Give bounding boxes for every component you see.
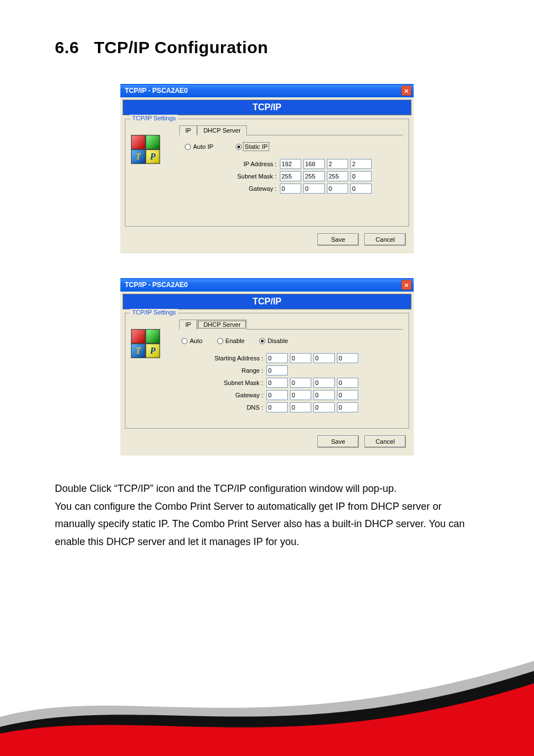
section-title: TCP/IP Configuration — [94, 38, 268, 57]
radio-disable[interactable]: Disable — [259, 337, 288, 344]
dns-octet-2[interactable] — [290, 402, 311, 412]
mask2-octet-3[interactable] — [313, 378, 335, 388]
label-gateway: Gateway : — [196, 185, 280, 192]
save-button[interactable]: Save — [317, 233, 359, 246]
start-octet-1[interactable] — [266, 353, 288, 363]
label-starting-address: Starting Address : — [182, 355, 266, 361]
close-icon[interactable]: × — [401, 86, 411, 96]
dns-octet-3[interactable] — [313, 402, 335, 412]
mask2-octet-4[interactable] — [337, 378, 358, 388]
save-button[interactable]: Save — [317, 435, 359, 448]
label-subnet-mask: Subnet Mask : — [196, 173, 280, 180]
section-number: 6.6 — [55, 38, 94, 57]
label-subnet-mask: Subnet Mask : — [182, 379, 266, 386]
tcpip-dialog-dhcp: TCP/IP - PSCA2AE0 × TCP/IP TCP/IP Settin… — [120, 278, 414, 456]
radio-auto-ip[interactable]: Auto IP — [185, 143, 213, 150]
tcpip-icon: TP — [131, 329, 161, 359]
dns-octet-1[interactable] — [266, 402, 288, 412]
footer-swoosh — [0, 655, 534, 756]
dns-octet-4[interactable] — [337, 402, 358, 412]
ip-octet-3[interactable] — [327, 159, 348, 169]
radio-auto[interactable]: Auto — [181, 337, 203, 344]
start-octet-2[interactable] — [290, 353, 311, 363]
gw2-octet-3[interactable] — [313, 390, 335, 400]
tcpip-dialog-ip: TCP/IP - PSCA2AE0 × TCP/IP TCP/IP Settin… — [120, 84, 414, 253]
gw2-octet-2[interactable] — [290, 390, 311, 400]
mask2-octet-2[interactable] — [290, 378, 311, 388]
close-icon[interactable]: × — [401, 280, 411, 290]
mask-octet-3[interactable] — [327, 171, 348, 181]
dialog-banner: TCP/IP — [123, 294, 411, 309]
window-title: TCP/IP - PSCA2AE0 — [125, 87, 188, 95]
tab-dhcp-server[interactable]: DHCP Server — [197, 125, 246, 135]
ip-octet-4[interactable] — [350, 159, 372, 169]
ip-octet-1[interactable] — [280, 159, 301, 169]
cancel-button[interactable]: Cancel — [364, 233, 406, 246]
mask-octet-2[interactable] — [303, 171, 325, 181]
gw2-octet-4[interactable] — [337, 390, 358, 400]
start-octet-4[interactable] — [337, 353, 358, 363]
tcpip-settings-group: TCP/IP Settings TP IP DHCP Server — [125, 313, 409, 429]
cancel-button[interactable]: Cancel — [364, 435, 406, 448]
mask-octet-1[interactable] — [280, 171, 301, 181]
tcpip-settings-group: TCP/IP Settings TP IP DHCP Server — [125, 119, 409, 227]
titlebar[interactable]: TCP/IP - PSCA2AE0 × — [120, 84, 414, 97]
radio-enable-label: Enable — [226, 337, 245, 344]
gw-octet-4[interactable] — [350, 184, 372, 194]
tab-ip[interactable]: IP — [179, 320, 197, 330]
tab-dhcp-server[interactable]: DHCP Server — [197, 320, 246, 330]
tabs: IP DHCP Server — [179, 319, 403, 330]
gw2-octet-1[interactable] — [266, 390, 288, 400]
tab-ip[interactable]: IP — [179, 125, 197, 135]
start-octet-3[interactable] — [313, 353, 335, 363]
radio-disable-label: Disable — [268, 337, 288, 344]
section-heading: 6.6TCP/IP Configuration — [55, 38, 479, 57]
gw-octet-2[interactable] — [303, 184, 325, 194]
gw-octet-1[interactable] — [280, 184, 301, 194]
radio-static-ip[interactable]: Static IP — [236, 143, 268, 150]
tcpip-icon: TP — [131, 135, 161, 165]
range-input[interactable] — [266, 365, 288, 375]
body-paragraph: Double Click “TCP/IP” icon and the TCP/I… — [55, 480, 479, 551]
label-ip-address: IP Address : — [196, 161, 280, 167]
radio-auto-label: Auto — [190, 337, 203, 344]
label-gateway: Gateway : — [182, 392, 266, 398]
ip-octet-2[interactable] — [303, 159, 325, 169]
titlebar[interactable]: TCP/IP - PSCA2AE0 × — [120, 278, 414, 292]
tabs: IP DHCP Server — [179, 125, 403, 135]
radio-enable[interactable]: Enable — [217, 337, 245, 344]
label-range: Range : — [182, 367, 266, 374]
mask2-octet-1[interactable] — [266, 378, 288, 388]
radio-static-ip-label: Static IP — [244, 143, 268, 150]
dialog-banner: TCP/IP — [123, 100, 411, 115]
group-legend: TCP/IP Settings — [130, 115, 178, 121]
label-dns: DNS : — [182, 404, 266, 411]
gw-octet-3[interactable] — [327, 184, 348, 194]
radio-auto-ip-label: Auto IP — [193, 143, 213, 150]
group-legend: TCP/IP Settings — [130, 309, 178, 316]
mask-octet-4[interactable] — [350, 171, 372, 181]
window-title: TCP/IP - PSCA2AE0 — [125, 281, 188, 289]
